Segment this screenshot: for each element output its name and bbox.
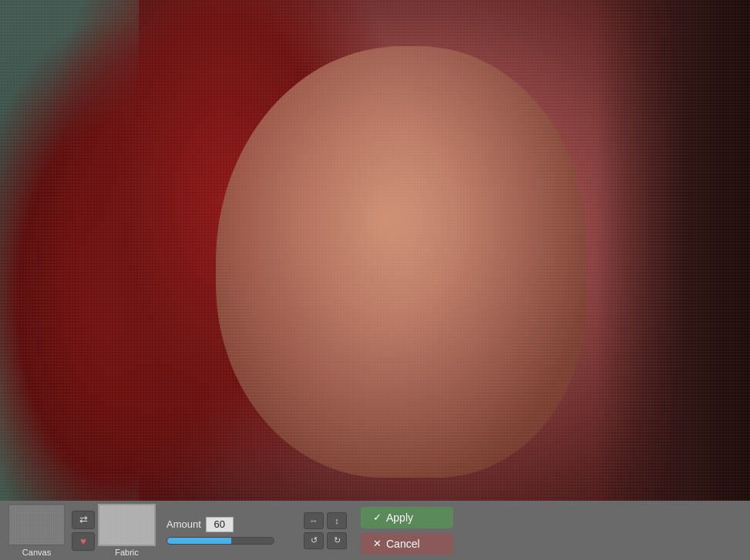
heart-icon: ♥ xyxy=(80,535,86,547)
amount-value[interactable]: 60 xyxy=(206,517,234,532)
flip-horizontal-button[interactable]: ↔ xyxy=(304,512,324,529)
image-canvas xyxy=(0,0,750,501)
action-buttons: ✓ Apply ✕ Cancel xyxy=(361,507,453,555)
undo-icon: ↺ xyxy=(311,535,318,545)
flip-vertical-button[interactable]: ↕ xyxy=(327,512,347,529)
flip-row-2: ↺ ↻ xyxy=(304,532,347,549)
shuffle-icon: ⇄ xyxy=(79,514,88,525)
canvas-thumbnail[interactable] xyxy=(8,504,66,546)
flip-v-icon: ↕ xyxy=(335,516,339,525)
amount-top: Amount 60 xyxy=(166,517,290,532)
amount-slider[interactable] xyxy=(166,537,274,545)
amount-label: Amount xyxy=(166,518,201,530)
flip-row-1: ↔ ↕ xyxy=(304,512,347,529)
undo-button[interactable]: ↺ xyxy=(304,532,324,549)
shuffle-button[interactable]: ⇄ xyxy=(72,511,95,529)
texture-icon-controls: ⇄ ♥ xyxy=(72,511,95,551)
redo-icon: ↻ xyxy=(334,535,341,545)
fabric-label: Fabric xyxy=(115,548,139,557)
cancel-label: Cancel xyxy=(386,538,420,550)
flip-h-icon: ↔ xyxy=(310,516,318,525)
apply-label: Apply xyxy=(386,511,413,524)
canvas-texture-option[interactable]: Canvas xyxy=(8,504,66,557)
fabric-thumbnail[interactable] xyxy=(98,504,156,546)
favorite-button[interactable]: ♥ xyxy=(72,532,95,551)
canvas-label: Canvas xyxy=(22,548,51,557)
flip-controls: ↔ ↕ ↺ ↻ xyxy=(304,512,347,549)
apply-check-icon: ✓ xyxy=(373,511,382,523)
control-bar: Canvas ⇄ ♥ Fabric Amount 60 ↔ ↕ xyxy=(0,501,750,560)
amount-section: Amount 60 xyxy=(166,517,290,545)
redo-button[interactable]: ↻ xyxy=(327,532,347,549)
cancel-x-icon: ✕ xyxy=(373,538,382,549)
cancel-button[interactable]: ✕ Cancel xyxy=(361,533,453,555)
fabric-texture-option[interactable]: Fabric xyxy=(98,504,156,557)
texture-overlay xyxy=(0,0,750,501)
apply-button[interactable]: ✓ Apply xyxy=(361,507,453,528)
